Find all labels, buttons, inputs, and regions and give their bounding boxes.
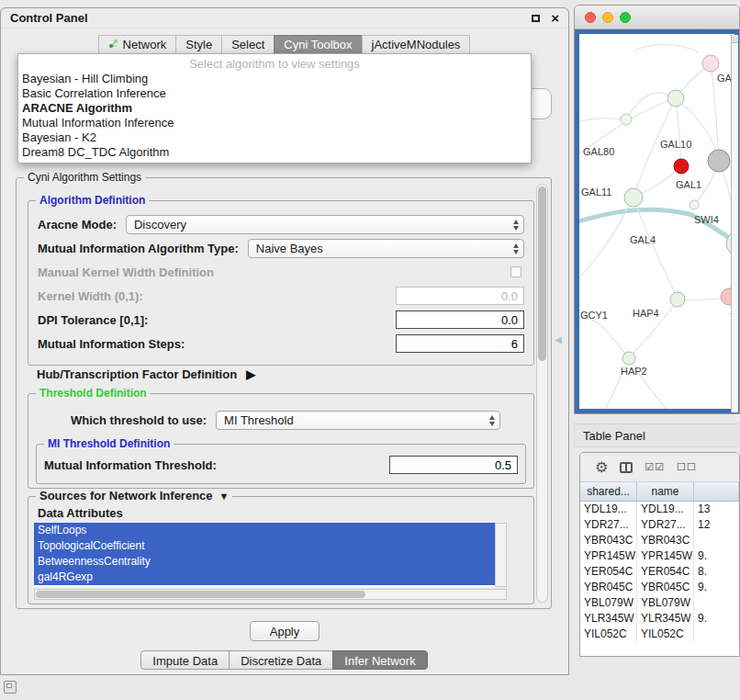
zoom-traffic-light[interactable] bbox=[620, 12, 631, 23]
sources-section-toggle[interactable]: Sources for Network Inference ▼ bbox=[36, 489, 232, 502]
table-row[interactable]: YBR045C YBR045C 9. bbox=[580, 580, 739, 595]
algorithm-option[interactable]: Dream8 DC_TDC Algorithm bbox=[18, 145, 531, 160]
which-threshold-select[interactable]: MI Threshold bbox=[216, 411, 500, 430]
tab-impute-data[interactable]: Impute Data bbox=[140, 650, 230, 670]
panel-collapse-arrow[interactable]: ◀ bbox=[555, 334, 562, 344]
aracne-mode-label: Aracne Mode: bbox=[38, 218, 117, 231]
column-header-shared[interactable]: shared... bbox=[580, 482, 637, 501]
cell[interactable]: YBR045C bbox=[580, 580, 637, 595]
tab-cyni-toolbox[interactable]: Cyni Toolbox bbox=[274, 35, 362, 54]
deselect-all-icon[interactable]: ☐☐ bbox=[677, 461, 697, 473]
cell[interactable]: YER054C bbox=[580, 564, 637, 580]
network-scrollbar-button[interactable] bbox=[732, 35, 738, 43]
mi-type-select[interactable]: Naive Bayes bbox=[248, 239, 524, 258]
cell[interactable]: YDR27... bbox=[637, 517, 694, 533]
table-row[interactable]: YBR043C YBR043C bbox=[580, 533, 739, 548]
network-scrollbar[interactable] bbox=[731, 35, 738, 412]
cell[interactable]: 9. bbox=[694, 580, 739, 595]
node-label: GAL4 bbox=[630, 234, 656, 245]
expand-right-icon: ▶ bbox=[246, 367, 255, 381]
desktop: Control Panel × Network Style bbox=[0, 0, 740, 700]
attribute-item[interactable]: TopologicalCoefficient bbox=[34, 538, 495, 554]
select-all-icon[interactable]: ☑☑ bbox=[645, 461, 665, 473]
minimized-panel-icon[interactable] bbox=[4, 681, 17, 694]
network-window-titlebar[interactable] bbox=[575, 6, 739, 29]
settings-scrollbar-thumb[interactable] bbox=[538, 186, 546, 361]
cell[interactable] bbox=[694, 595, 739, 611]
tab-style[interactable]: Style bbox=[175, 35, 222, 54]
column-header-3[interactable] bbox=[694, 482, 739, 501]
algorithm-option[interactable]: Bayesian - Hill Climbing bbox=[18, 72, 531, 86]
minimize-traffic-light[interactable] bbox=[602, 12, 613, 23]
algorithm-option-selected[interactable]: ARACNE Algorithm bbox=[18, 101, 531, 116]
cell[interactable]: YLR345W bbox=[637, 611, 694, 627]
table-row[interactable]: YBL079W YBL079W bbox=[580, 595, 739, 611]
cell[interactable]: 9. bbox=[694, 611, 739, 627]
dpi-tolerance-field[interactable] bbox=[396, 310, 524, 329]
cell[interactable]: YDR27... bbox=[580, 517, 637, 533]
table-row[interactable]: YIL052C YIL052C bbox=[580, 627, 739, 642]
cell[interactable]: YBL079W bbox=[637, 595, 694, 611]
attributes-horizontal-scrollbar[interactable] bbox=[34, 589, 507, 600]
attributes-vertical-scrollbar[interactable] bbox=[495, 523, 507, 587]
hub-section-toggle[interactable]: Hub/Transcription Factor Definition ▶ bbox=[37, 367, 255, 381]
attribute-item[interactable]: BetweennessCentrality bbox=[34, 554, 495, 570]
cell[interactable] bbox=[694, 533, 739, 548]
cell[interactable]: YIL052C bbox=[580, 627, 637, 642]
table-row[interactable]: YDR27... YDR27... 12 bbox=[580, 517, 739, 533]
mi-threshold-field[interactable] bbox=[389, 456, 518, 474]
tab-discretize-data[interactable]: Discretize Data bbox=[229, 650, 333, 670]
cell[interactable]: 8. bbox=[694, 564, 739, 580]
sources-group: Sources for Network Inference ▼ Data Att… bbox=[28, 496, 534, 604]
kernel-width-field[interactable] bbox=[396, 287, 524, 305]
manual-kernel-checkbox[interactable] bbox=[510, 266, 521, 277]
node-gal10-selected bbox=[674, 159, 689, 174]
attributes-hscroll-thumb[interactable] bbox=[36, 591, 365, 598]
gear-icon[interactable]: ⚙ bbox=[595, 458, 608, 476]
cell[interactable]: YIL052C bbox=[637, 627, 694, 642]
tab-select[interactable]: Select bbox=[221, 35, 275, 54]
cell[interactable]: YBL079W bbox=[580, 595, 637, 611]
cell[interactable]: YBR045C bbox=[637, 580, 694, 595]
cell[interactable]: 12 bbox=[694, 517, 739, 533]
cell[interactable]: YPR145W bbox=[580, 548, 637, 564]
cell[interactable]: 9. bbox=[694, 548, 739, 564]
cell[interactable]: YER054C bbox=[637, 564, 694, 580]
cell[interactable]: YBR043C bbox=[580, 533, 637, 548]
tab-label: Select bbox=[231, 38, 264, 51]
network-icon bbox=[108, 38, 118, 51]
tab-network[interactable]: Network bbox=[98, 35, 177, 54]
table-row[interactable]: YPR145W YPR145W 9. bbox=[580, 548, 739, 564]
kernel-width-row: Kernel Width (0,1): bbox=[28, 284, 533, 308]
mi-steps-field[interactable] bbox=[396, 334, 524, 353]
cell[interactable] bbox=[694, 627, 739, 642]
close-traffic-light[interactable] bbox=[585, 12, 596, 23]
cell[interactable]: YLR345W bbox=[580, 611, 637, 627]
tab-jactivemnodules[interactable]: jActiveMNodules bbox=[362, 35, 471, 54]
table-row[interactable]: YER054C YER054C 8. bbox=[580, 564, 739, 580]
settings-scrollbar[interactable] bbox=[536, 184, 548, 603]
cell[interactable]: YBR043C bbox=[637, 533, 694, 548]
float-window-icon[interactable] bbox=[532, 15, 540, 22]
attribute-item[interactable]: SelfLoops bbox=[34, 523, 495, 538]
table-row[interactable]: YLR345W YLR345W 9. bbox=[580, 611, 739, 627]
combo-arrows-icon bbox=[489, 415, 495, 426]
window-title: Control Panel bbox=[10, 11, 532, 25]
columns-icon[interactable] bbox=[620, 462, 633, 473]
close-icon[interactable]: × bbox=[551, 14, 559, 23]
attribute-item[interactable]: gal4RGexp bbox=[34, 570, 495, 585]
algorithm-option[interactable]: Basic Correlation Inference bbox=[18, 86, 531, 101]
cell[interactable]: YPR145W bbox=[637, 548, 694, 564]
cell[interactable]: YDL19... bbox=[580, 502, 637, 517]
network-canvas[interactable]: GAL80 GAL10 GAL11 GAL1 SWI4 GAL4 GCY1 HA… bbox=[575, 29, 739, 413]
tab-infer-network[interactable]: Infer Network bbox=[332, 650, 427, 670]
apply-button[interactable]: Apply bbox=[250, 621, 320, 641]
algorithm-option[interactable]: Bayesian - K2 bbox=[18, 130, 531, 145]
cell[interactable]: 13 bbox=[694, 502, 739, 517]
table-row[interactable]: YDL19... YDL19... 13 bbox=[580, 502, 739, 517]
control-panel-window: Control Panel × Network Style bbox=[0, 7, 569, 675]
algorithm-option[interactable]: Mutual Information Inference bbox=[18, 116, 531, 130]
aracne-mode-select[interactable]: Discovery bbox=[126, 215, 524, 234]
column-header-name[interactable]: name bbox=[637, 482, 694, 501]
cell[interactable]: YDL19... bbox=[637, 502, 694, 517]
